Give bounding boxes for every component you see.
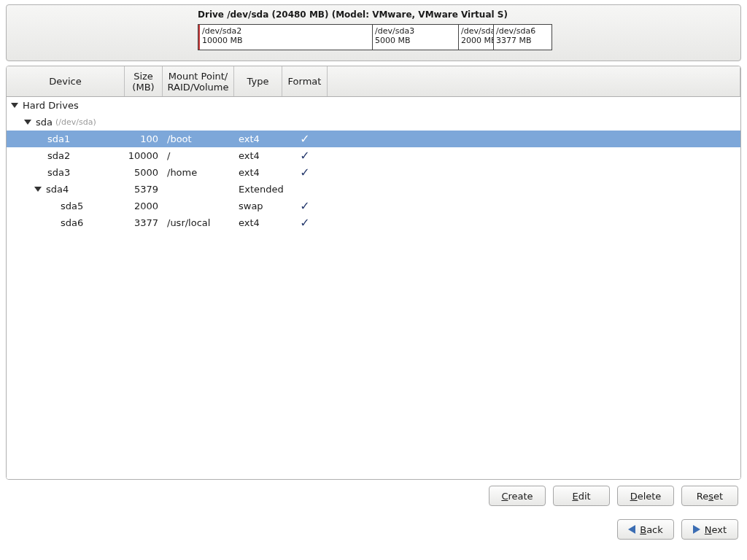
col-header-size[interactable]: Size(MB) bbox=[125, 66, 163, 96]
back-button[interactable]: Back bbox=[617, 519, 674, 540]
reset-button[interactable]: Reset bbox=[681, 486, 738, 506]
tree-root-hard-drives[interactable]: Hard Drives bbox=[7, 97, 740, 114]
partition-table: Device Size(MB) Mount Point/RAID/Volume … bbox=[6, 66, 741, 480]
edit-button[interactable]: Edit bbox=[553, 486, 610, 506]
table-row[interactable]: sda52000swap✓ bbox=[7, 198, 740, 214]
action-button-row: Create Edit Delete Reset bbox=[9, 486, 738, 506]
table-header: Device Size(MB) Mount Point/RAID/Volume … bbox=[7, 66, 740, 97]
drive-segment[interactable]: /dev/sda210000 MB bbox=[198, 25, 373, 50]
col-header-format[interactable]: Format bbox=[282, 66, 328, 96]
arrow-right-icon bbox=[693, 525, 700, 534]
check-icon: ✓ bbox=[300, 199, 309, 213]
drive-diagram-panel: Drive /dev/sda (20480 MB) (Model: VMware… bbox=[6, 4, 741, 61]
drive-segment[interactable]: /dev/sda35000 MB bbox=[373, 25, 459, 50]
arrow-left-icon bbox=[628, 525, 635, 534]
next-button[interactable]: Next bbox=[681, 519, 738, 540]
tree-disk-sda[interactable]: sda(/dev/sda) bbox=[7, 114, 740, 131]
drive-partition-bar: /dev/sda210000 MB/dev/sda35000 MB/dev/sd… bbox=[198, 24, 552, 50]
col-header-mount[interactable]: Mount Point/RAID/Volume bbox=[163, 66, 234, 96]
drive-title: Drive /dev/sda (20480 MB) (Model: VMware… bbox=[198, 9, 508, 20]
partition-tree[interactable]: Hard Drives sda(/dev/sda) sda1100/bootex… bbox=[7, 97, 740, 479]
check-icon: ✓ bbox=[300, 216, 309, 230]
check-icon: ✓ bbox=[300, 166, 309, 179]
chevron-down-icon[interactable] bbox=[11, 103, 18, 108]
check-icon: ✓ bbox=[300, 149, 309, 163]
table-row[interactable]: sda45379Extended bbox=[7, 181, 740, 198]
create-button[interactable]: Create bbox=[489, 486, 546, 506]
col-header-device[interactable]: Device bbox=[7, 66, 125, 96]
drive-segment[interactable]: /dev/sda52000 MB bbox=[459, 25, 494, 50]
chevron-down-icon[interactable] bbox=[34, 187, 42, 192]
delete-button[interactable]: Delete bbox=[617, 486, 674, 506]
col-header-type[interactable]: Type bbox=[234, 66, 282, 96]
chevron-down-icon[interactable] bbox=[24, 120, 31, 125]
table-row[interactable]: sda1100/bootext4✓ bbox=[7, 131, 740, 147]
table-row[interactable]: sda63377/usr/localext4✓ bbox=[7, 214, 740, 231]
nav-button-row: Back Next bbox=[9, 519, 738, 540]
table-row[interactable]: sda210000/ext4✓ bbox=[7, 147, 740, 164]
check-icon: ✓ bbox=[300, 132, 309, 146]
drive-segment[interactable]: /dev/sda63377 MB bbox=[494, 25, 551, 50]
table-row[interactable]: sda35000/homeext4✓ bbox=[7, 164, 740, 181]
